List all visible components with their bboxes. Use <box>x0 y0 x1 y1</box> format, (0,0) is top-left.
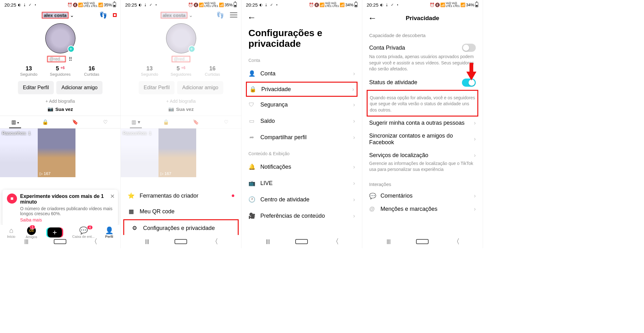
clock-icon: 🕐 <box>248 196 255 203</box>
phone-1-profile: 20:25 ◐ ⭳ ✓ • ⏰ 🔇 📶 Vo)) Vo))LTE1 LTE1 📶… <box>0 0 121 248</box>
likes-stat[interactable]: 16 Curtidas <box>76 65 108 77</box>
recents-button[interactable]: ||| <box>20 239 33 244</box>
status-bar: 20:25◐⭳✓• ⏰🔇📶Vo)) Vo))LTE1 LTE1📶34% <box>362 0 483 9</box>
video-icon: 🎥 <box>248 212 255 219</box>
item-suggest-account[interactable]: Sugerir minha conta a outras pessoas› <box>362 117 483 129</box>
section-discoverability: Capacidade de descoberta <box>362 27 483 41</box>
status-bar: 20:25 ◐ ⭳ ✓ • ⏰ 🔇 📶 Vo)) Vo))LTE1 LTE1 📶… <box>0 0 120 9</box>
item-account[interactable]: 👤Conta› <box>242 65 362 82</box>
mute-icon: 🔇 <box>73 3 77 7</box>
edit-profile-button[interactable]: Editar Perfil <box>18 81 54 94</box>
section-interactions: Interações <box>362 176 483 189</box>
item-activity-status: Status de atividade <box>362 75 483 90</box>
item-content-prefs[interactable]: 🎥Preferências de conteúdo› <box>242 208 362 224</box>
promo-more[interactable]: Saiba mais <box>20 217 114 222</box>
home-button[interactable] <box>54 239 66 244</box>
username-dropdown[interactable]: alex costa ⌄ <box>42 12 74 19</box>
system-nav: ||| 〈 <box>242 235 362 248</box>
signal-icon: 📶 <box>98 3 103 7</box>
item-comments[interactable]: 💬Comentários› <box>362 189 483 203</box>
recents-button[interactable]: ||| <box>382 239 395 244</box>
item-live[interactable]: 📺LIVE› <box>242 175 362 191</box>
notification-dot <box>232 194 234 197</box>
battery-icon <box>113 2 116 7</box>
phone-4-privacy: 20:25◐⭳✓• ⏰🔇📶Vo)) Vo))LTE1 LTE1📶34% ← Pr… <box>362 0 483 248</box>
check-icon: ✓ <box>28 3 32 7</box>
lock-icon: 🔒 <box>249 86 256 93</box>
person-star-icon: ⭐ <box>128 192 135 199</box>
sheet-settings-highlight: ⚙ Configurações e privacidade <box>123 219 239 237</box>
promo-card: ✕ ■ Experimente vídeos com mais de 1 min… <box>3 190 118 226</box>
item-private-account: Conta Privada Na conta privada, apenas u… <box>362 41 483 75</box>
video-thumb[interactable]: ▷167 <box>38 128 75 177</box>
item-balance[interactable]: ▭Saldo› <box>242 113 362 129</box>
profile-avatar[interactable]: + <box>45 23 75 53</box>
add-friend-button[interactable]: Adicionar amigo <box>56 81 103 94</box>
item-security[interactable]: 🛡Segurança› <box>242 97 362 113</box>
sheet-qr-code[interactable]: ▦ Meu QR code <box>121 204 241 219</box>
battery-pct: 35% <box>104 3 112 7</box>
private-account-toggle[interactable] <box>462 44 476 52</box>
item-privacy[interactable]: Privacidade <box>261 86 291 93</box>
back-button[interactable]: 〈 <box>208 237 221 246</box>
at-icon: @ <box>369 206 376 212</box>
wallet-icon: ▭ <box>248 117 255 124</box>
item-sync-contacts[interactable]: Sincronizar contatos e amigos do Faceboo… <box>362 129 483 149</box>
bell-icon: 🔔 <box>248 163 255 170</box>
bottom-sheet: ⭐ Ferramentas do criador ▦ Meu QR code ⚙… <box>121 182 241 240</box>
item-location[interactable]: Serviços de localização› Gerencie as inf… <box>362 149 483 176</box>
promo-body: O número de criadores publicando vídeos … <box>20 206 114 216</box>
item-activity-center[interactable]: 🕐Centro de atividade› <box>242 191 362 208</box>
privacy-title: Privacidade <box>368 15 477 22</box>
item-mentions[interactable]: @Menções e marcações› <box>362 203 483 216</box>
back-arrow-icon[interactable]: ← <box>247 13 256 23</box>
phone-2-menu: 20:25◐⭳✓• ⏰🔇📶Vo)) Vo))LTE1 LTE1📶35% alex… <box>121 0 242 248</box>
close-icon[interactable]: ✕ <box>110 193 115 200</box>
back-button[interactable]: 〈 <box>88 237 100 246</box>
back-button[interactable]: 〈 <box>450 237 463 246</box>
item-notifications[interactable]: 🔔Notificações› <box>242 159 362 175</box>
followers-stat[interactable]: 5 +6 Seguidores <box>45 65 76 77</box>
tab-private[interactable]: 🔒 <box>30 116 60 128</box>
add-bio-button[interactable]: + Add biografia <box>0 99 120 104</box>
back-button[interactable]: 〈 <box>329 237 342 246</box>
home-button[interactable] <box>295 239 308 244</box>
item-share-profile[interactable]: ➦Compartilhar perfil› <box>242 129 362 145</box>
item-privacy-highlight: 🔒Privacidade› <box>246 82 358 97</box>
comment-icon: 💬 <box>369 193 376 199</box>
section-content: Conteúdo & Exibição <box>242 145 362 159</box>
your-turn-button[interactable]: 📷 Sua vez <box>0 106 120 112</box>
tab-saved[interactable]: 🔖 <box>60 116 91 128</box>
profile-tabs: ▥ ▾ 🔒 🔖 ♡ <box>0 116 120 128</box>
promo-title: Experimente vídeos com mais de 1 minuto <box>20 194 114 205</box>
system-nav: ||| 〈 <box>362 235 483 248</box>
tab-videos[interactable]: ▥ ▾ <box>0 116 30 128</box>
recents-button[interactable]: ||| <box>141 239 153 244</box>
qr-icon[interactable]: ⠿ <box>68 56 73 62</box>
activity-desc-highlight: Quando essa opção for ativada, você e os… <box>367 90 478 117</box>
tab-liked[interactable]: ♡ <box>90 116 120 128</box>
sheet-settings[interactable]: Configurações e privacidade <box>143 225 215 232</box>
recents-button[interactable]: ||| <box>262 239 274 244</box>
chevron-down-icon: ⌄ <box>70 12 74 18</box>
play-icon: ▷ <box>40 171 43 176</box>
person-icon: 👤 <box>248 70 255 77</box>
phone-3-settings: 20:25◐⭳✓• ⏰🔇📶Vo)) Vo))LTE1 LTE1📶34% ← Co… <box>242 0 362 248</box>
home-button[interactable] <box>175 239 187 244</box>
camera-icon: 📷 <box>47 106 53 112</box>
draft-thumb[interactable]: Rascunhos: 1 <box>0 128 38 177</box>
footsteps-icon[interactable]: 👣 <box>99 11 107 19</box>
status-bar: 20:25◐⭳✓• ⏰🔇📶Vo)) Vo))LTE1 LTE1📶35% <box>121 0 241 9</box>
status-time: 20:25 <box>4 2 16 8</box>
gear-icon: ⚙ <box>131 225 138 232</box>
add-story-icon[interactable]: + <box>68 46 75 52</box>
following-stat[interactable]: 13 Seguindo <box>13 65 45 77</box>
sheet-creator-tools[interactable]: ⭐ Ferramentas do criador <box>121 188 241 204</box>
red-arrow-annotation <box>465 63 478 82</box>
status-bar: 20:25◐⭳✓• ⏰🔇📶Vo)) Vo))LTE1 LTE1📶34% <box>242 0 362 9</box>
system-nav: ||| 〈 <box>121 235 241 248</box>
home-icon: ⌂ <box>7 227 15 235</box>
wifi-icon: 📶 <box>78 3 83 7</box>
video-icon: ■ <box>7 194 17 204</box>
home-button[interactable] <box>416 239 429 244</box>
